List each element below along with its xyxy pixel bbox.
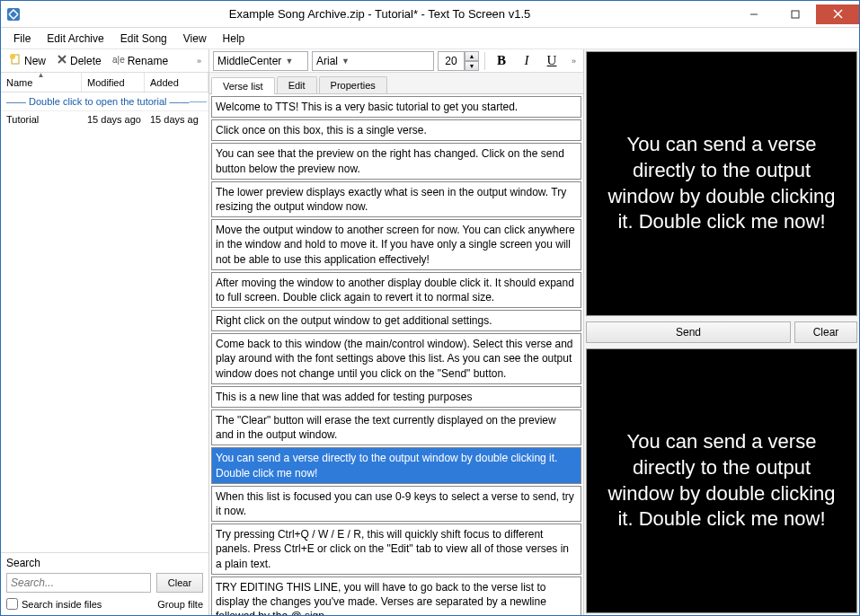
italic-button[interactable]: I <box>516 51 537 71</box>
search-clear-button[interactable]: Clear <box>156 573 203 593</box>
verse-item[interactable]: You can see that the preview on the righ… <box>211 143 581 179</box>
verse-item[interactable]: You can send a verse directly to the out… <box>211 447 581 483</box>
spin-up[interactable]: ▲ <box>465 51 479 61</box>
svg-point-6 <box>10 54 15 59</box>
rename-label: Rename <box>128 55 168 67</box>
verse-item[interactable]: After moving the window to another displ… <box>211 272 581 308</box>
preview-lower[interactable]: You can send a verse directly to the out… <box>586 348 857 613</box>
row-modified: 15 days ago <box>82 114 145 125</box>
verse-item[interactable]: Move the output window to another screen… <box>211 219 581 270</box>
editor-panel: MiddleCenter▼ Arial▼ ▲▼ B I U » Verse li… <box>209 49 584 615</box>
editor-tabs: Verse list Edit Properties <box>209 73 583 94</box>
tab-properties[interactable]: Properties <box>319 76 387 93</box>
format-toolbar-overflow[interactable]: » <box>568 57 580 66</box>
row-name: Tutorial <box>1 114 82 125</box>
clear-button[interactable]: Clear <box>794 321 857 343</box>
verse-item[interactable]: This is a new line that was added for te… <box>211 386 581 408</box>
verse-item[interactable]: Come back to this window (the main/contr… <box>211 333 581 384</box>
new-icon <box>9 53 22 68</box>
titlebar: Example Song Archive.zip - Tutorial* - T… <box>1 1 859 28</box>
chevron-down-icon: ▼ <box>285 57 293 66</box>
font-combo[interactable]: Arial▼ <box>312 51 434 71</box>
svg-rect-2 <box>792 11 799 18</box>
bold-button[interactable]: B <box>491 51 512 71</box>
menu-edit-archive[interactable]: Edit Archive <box>40 30 111 48</box>
search-label: Search <box>6 557 203 569</box>
spin-down[interactable]: ▼ <box>465 61 479 71</box>
rename-button[interactable]: a|e Rename <box>108 52 173 69</box>
search-panel: Search Clear Search inside files Group f… <box>1 552 208 615</box>
new-button[interactable]: New <box>4 51 50 70</box>
app-icon <box>1 2 26 27</box>
menubar: File Edit Archive Edit Song View Help <box>1 28 859 49</box>
row-added: 15 days ag <box>145 114 208 125</box>
archive-columns: Name▲ Modified Added <box>1 73 208 92</box>
menu-file[interactable]: File <box>6 30 38 48</box>
menu-edit-song[interactable]: Edit Song <box>113 30 174 48</box>
verse-item[interactable]: Welcome to TTS! This is a very basic tut… <box>211 96 581 118</box>
verse-item[interactable]: When this list is focused you can use 0-… <box>211 486 581 522</box>
tutorial-hint[interactable]: —— Double click to open the tutorial —— <box>1 92 208 111</box>
col-added[interactable]: Added <box>145 73 208 92</box>
delete-label: Delete <box>70 55 102 67</box>
chevron-down-icon: ▼ <box>341 57 350 66</box>
preview-upper[interactable]: You can send a verse directly to the out… <box>586 51 857 316</box>
search-input[interactable] <box>6 573 151 593</box>
minimize-button[interactable] <box>733 4 775 24</box>
maximize-button[interactable] <box>775 4 816 24</box>
verse-item[interactable]: Click once on this box, this is a single… <box>211 119 581 141</box>
window-title: Example Song Archive.zip - Tutorial* - T… <box>26 7 733 21</box>
archive-row[interactable]: Tutorial 15 days ago 15 days ag <box>1 111 208 128</box>
menu-view[interactable]: View <box>176 30 214 48</box>
search-inside-checkbox[interactable]: Search inside files <box>6 598 102 610</box>
tab-edit[interactable]: Edit <box>277 76 317 93</box>
font-size-spinner[interactable]: ▲▼ <box>438 51 479 71</box>
archive-panel: New Delete a|e Rename » Name▲ Modified A… <box>1 49 209 615</box>
verse-list[interactable]: Welcome to TTS! This is a very basic tut… <box>209 94 583 615</box>
app-window: Example Song Archive.zip - Tutorial* - T… <box>0 0 860 616</box>
font-size-input[interactable] <box>438 51 465 71</box>
verse-item[interactable]: Right click on the output window to get … <box>211 310 581 331</box>
tab-verse-list[interactable]: Verse list <box>211 77 275 94</box>
menu-help[interactable]: Help <box>216 30 253 48</box>
preview-panel: You can send a verse directly to the out… <box>584 49 859 615</box>
rename-icon: a|e <box>112 54 125 67</box>
archive-list[interactable]: —— Double click to open the tutorial —— … <box>1 92 208 552</box>
delete-button[interactable]: Delete <box>52 52 106 69</box>
close-button[interactable] <box>816 4 859 24</box>
group-filter-link[interactable]: Group filte <box>157 599 203 610</box>
archive-toolbar: New Delete a|e Rename » <box>1 49 208 73</box>
format-toolbar: MiddleCenter▼ Arial▼ ▲▼ B I U » <box>209 49 583 73</box>
new-label: New <box>24 55 46 67</box>
send-button[interactable]: Send <box>586 321 791 343</box>
delete-icon <box>57 54 67 67</box>
archive-toolbar-overflow[interactable]: » <box>193 57 205 66</box>
col-modified[interactable]: Modified <box>82 73 145 92</box>
verse-item[interactable]: The lower preview displays exactly what … <box>211 181 581 217</box>
underline-button[interactable]: U <box>541 51 563 71</box>
align-combo[interactable]: MiddleCenter▼ <box>213 51 308 71</box>
col-name[interactable]: Name▲ <box>1 73 82 92</box>
verse-item[interactable]: The "Clear" button will erase the text c… <box>211 409 581 445</box>
verse-item[interactable]: Try pressing Ctrl+Q / W / E / R, this wi… <box>211 524 581 575</box>
svg-text:a|e: a|e <box>112 55 125 65</box>
verse-item[interactable]: TRY EDITING THIS LINE, you will have to … <box>211 576 581 615</box>
